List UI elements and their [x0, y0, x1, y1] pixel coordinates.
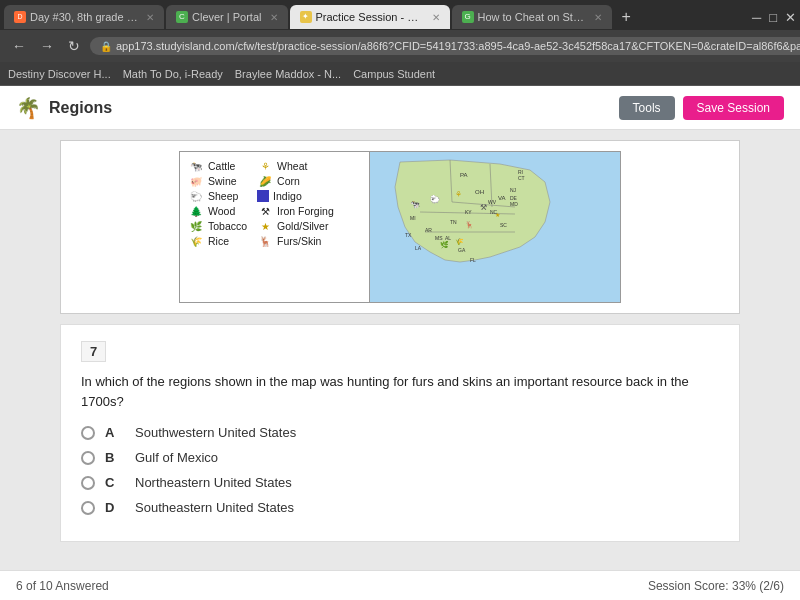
forward-button[interactable]: → [36, 36, 58, 56]
app-header: 🌴 Regions Tools Save Session [0, 86, 800, 130]
legend-furs-label: Furs/Skin [277, 235, 321, 247]
legend-wood-label: Wood [208, 205, 235, 217]
svg-text:VA: VA [498, 195, 506, 201]
rice-icon: 🌾 [188, 235, 204, 247]
tab-favicon-cheat: G [462, 11, 474, 23]
legend-cattle: 🐄 Cattle [188, 160, 247, 172]
answered-count: 6 of 10 Answered [16, 579, 109, 593]
tab-close-clever[interactable]: ✕ [270, 12, 278, 23]
svg-text:SC: SC [500, 222, 507, 228]
legend-swine-label: Swine [208, 175, 237, 187]
address-bar[interactable]: 🔒 app173.studyisland.com/cfw/test/practi… [90, 37, 800, 55]
option-c[interactable]: C Northeastern United States [81, 475, 719, 490]
bookmark-math[interactable]: Math To Do, i-Ready [123, 68, 223, 80]
option-d[interactable]: D Southeastern United States [81, 500, 719, 515]
question-card: 7 In which of the regions shown in the m… [60, 324, 740, 542]
palm-icon: 🌴 [16, 96, 41, 120]
reload-button[interactable]: ↻ [64, 36, 84, 56]
header-buttons: Tools Save Session [619, 96, 784, 120]
tools-button[interactable]: Tools [619, 96, 675, 120]
svg-text:⚒: ⚒ [480, 203, 487, 212]
svg-text:MD: MD [510, 201, 518, 207]
legend-iron-label: Iron Forging [277, 205, 334, 217]
swine-icon: 🐖 [188, 175, 204, 187]
svg-text:KY: KY [465, 209, 472, 215]
option-a[interactable]: A Southwestern United States [81, 425, 719, 440]
legend-sheep: 🐑 Sheep [188, 190, 247, 202]
bookmark-braylee[interactable]: Braylee Maddox - N... [235, 68, 341, 80]
tab-favicon-day: D [14, 11, 26, 23]
legend-sheep-label: Sheep [208, 190, 238, 202]
new-tab-button[interactable]: + [614, 5, 639, 29]
address-text: app173.studyisland.com/cfw/test/practice… [116, 40, 800, 52]
legend-wheat-label: Wheat [277, 160, 307, 172]
cattle-icon: 🐄 [188, 160, 204, 172]
legend-gold: ★ Gold/Silver [257, 220, 334, 232]
option-d-text: Southeastern United States [135, 500, 294, 515]
nav-bar: ← → ↻ 🔒 app173.studyisland.com/cfw/test/… [0, 30, 800, 62]
legend-iron: ⚒ Iron Forging [257, 205, 334, 217]
radio-a[interactable] [81, 426, 95, 440]
option-b-label: B [105, 450, 125, 465]
legend-tobacco: 🌿 Tobacco [188, 220, 247, 232]
tab-practice[interactable]: ✦ Practice Session - Regions - Stuc... ✕ [290, 5, 450, 29]
svg-text:WV: WV [488, 199, 497, 205]
option-d-label: D [105, 500, 125, 515]
legend-col-1: 🐄 Cattle 🐖 Swine 🐑 Sheep [188, 160, 247, 247]
app-title: Regions [49, 99, 112, 117]
svg-text:🦌: 🦌 [465, 220, 474, 229]
tobacco-icon: 🌿 [188, 220, 204, 232]
footer: 6 of 10 Answered Session Score: 33% (2/6… [0, 570, 800, 600]
svg-text:OH: OH [475, 189, 484, 195]
tab-close-practice[interactable]: ✕ [432, 12, 440, 23]
bookmark-campus[interactable]: Campus Student [353, 68, 435, 80]
svg-text:TN: TN [450, 219, 457, 225]
svg-text:★: ★ [495, 212, 500, 218]
legend-tobacco-label: Tobacco [208, 220, 247, 232]
legend-rice: 🌾 Rice [188, 235, 247, 247]
tab-cheat[interactable]: G How to Cheat on Study Island | t... ✕ [452, 5, 612, 29]
save-session-button[interactable]: Save Session [683, 96, 784, 120]
close-window-button[interactable]: ✕ [785, 10, 796, 25]
svg-text:⚘: ⚘ [455, 190, 462, 199]
svg-text:TX: TX [405, 232, 412, 238]
tab-bar: D Day #30, 8th grade social studi... ✕ C… [0, 0, 800, 30]
iron-icon: ⚒ [257, 205, 273, 217]
legend-rice-label: Rice [208, 235, 229, 247]
map-legend: 🐄 Cattle 🐖 Swine 🐑 Sheep [180, 152, 370, 302]
option-c-label: C [105, 475, 125, 490]
session-score: Session Score: 33% (2/6) [648, 579, 784, 593]
bookmarks-bar: Destiny Discover H... Math To Do, i-Read… [0, 62, 800, 86]
legend-corn: 🌽 Corn [257, 175, 334, 187]
svg-text:🐑: 🐑 [430, 194, 440, 204]
map-container: 🐄 Cattle 🐖 Swine 🐑 Sheep [60, 140, 740, 314]
tab-day[interactable]: D Day #30, 8th grade social studi... ✕ [4, 5, 164, 29]
legend-cattle-label: Cattle [208, 160, 235, 172]
svg-text:🌾: 🌾 [455, 237, 464, 246]
minimize-button[interactable]: ─ [752, 10, 761, 25]
indigo-icon [257, 190, 269, 202]
tab-close-day[interactable]: ✕ [146, 12, 154, 23]
lock-icon: 🔒 [100, 41, 112, 52]
tab-label-practice: Practice Session - Regions - Stuc... [316, 11, 424, 23]
question-number: 7 [81, 341, 106, 362]
legend-col-2: ⚘ Wheat 🌽 Corn Indigo [257, 160, 334, 247]
main-content: 🌴 Regions Tools Save Session 🐄 Cattle [0, 86, 800, 600]
map-visual: PA RI CT NJ DE MD OH WV VA NC SC KY TN A… [370, 152, 620, 302]
tab-close-cheat[interactable]: ✕ [594, 12, 602, 23]
legend-columns: 🐄 Cattle 🐖 Swine 🐑 Sheep [188, 160, 361, 247]
back-button[interactable]: ← [8, 36, 30, 56]
maximize-button[interactable]: □ [769, 10, 777, 25]
radio-c[interactable] [81, 476, 95, 490]
wood-icon: 🌲 [188, 205, 204, 217]
option-a-label: A [105, 425, 125, 440]
radio-d[interactable] [81, 501, 95, 515]
bookmark-destiny[interactable]: Destiny Discover H... [8, 68, 111, 80]
svg-text:🌿: 🌿 [440, 240, 449, 249]
radio-b[interactable] [81, 451, 95, 465]
svg-text:LA: LA [415, 245, 422, 251]
map-svg: PA RI CT NJ DE MD OH WV VA NC SC KY TN A… [370, 152, 620, 302]
tab-clever[interactable]: C Clever | Portal ✕ [166, 5, 288, 29]
svg-text:FL: FL [470, 257, 476, 263]
option-b[interactable]: B Gulf of Mexico [81, 450, 719, 465]
